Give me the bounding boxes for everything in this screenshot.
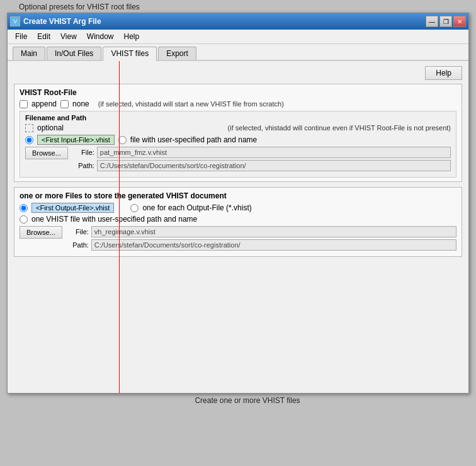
append-checkbox[interactable]	[20, 100, 28, 108]
append-label: append	[31, 99, 57, 108]
filename-path-title: Filename and Path	[25, 114, 451, 122]
menu-window[interactable]: Window	[82, 31, 119, 42]
content-area: Help VHIST Root-File append none (if sel…	[8, 61, 468, 393]
radio-first-output[interactable]	[20, 204, 28, 212]
radio-user-output-label: one VHIST file with user-specified path …	[31, 215, 197, 224]
help-row: Help	[14, 66, 462, 80]
root-browse-button[interactable]: Browse...	[25, 147, 68, 159]
menu-help[interactable]: Help	[119, 31, 145, 42]
menu-bar: File Edit View Window Help	[8, 30, 468, 44]
none-checkbox[interactable]	[60, 100, 69, 108]
window-icon: V	[10, 16, 20, 26]
menu-file[interactable]: File	[10, 31, 32, 42]
output-file-input[interactable]	[91, 226, 456, 237]
root-file-input[interactable]	[97, 147, 451, 158]
output-radio-row1: <First Output-File>.vhist one for each O…	[20, 203, 456, 213]
tab-export[interactable]: Export	[158, 47, 196, 60]
main-window: V Create VHIST Arg File — ❐ ✕ File Edit …	[7, 13, 469, 394]
radio-first-input-label: <First Input-File>.vhist	[37, 135, 115, 145]
root-file-row: File:	[71, 147, 451, 158]
root-path-row: Path:	[71, 160, 451, 171]
radio-first-input-row: <First Input-File>.vhist file with user-…	[25, 135, 451, 145]
radio-first-input[interactable]	[25, 136, 33, 144]
vhist-output-section: one or more Files to store the generated…	[14, 187, 462, 257]
empty-space	[14, 262, 462, 388]
tab-inout[interactable]: In/Out Files	[47, 47, 101, 60]
output-path-input[interactable]	[91, 239, 456, 251]
tab-bar: Main In/Out Files VHIST files Export	[8, 44, 468, 61]
output-file-label: File:	[65, 228, 89, 236]
vhist-output-title: one or more Files to store the generated…	[20, 191, 456, 200]
outer-bottom-label: Create one or more VHIST files	[0, 394, 476, 405]
append-row: append none (if selected, vhistadd will …	[20, 99, 456, 108]
help-button[interactable]: Help	[425, 66, 462, 80]
none-label: none	[72, 99, 89, 108]
optional-checkbox-indicator	[25, 124, 33, 132]
optional-row: optional (if selected, vhistadd will con…	[25, 123, 451, 132]
radio-user-path-label: file with user-specified path and name	[130, 135, 257, 144]
radio-each-output-label: one for each Output-File (*.vhist)	[142, 203, 251, 212]
filename-path-subsection: Filename and Path optional (if selected,…	[20, 111, 456, 178]
vhist-root-section: VHIST Root-File append none (if selected…	[14, 84, 462, 182]
output-radio-row2: one VHIST file with user-specified path …	[20, 215, 456, 224]
vhist-root-title: VHIST Root-File	[20, 88, 456, 97]
window-title: Create VHIST Arg File	[23, 17, 101, 26]
optional-note: (if selected, vhistadd will continue eve…	[67, 124, 451, 132]
restore-button[interactable]: ❐	[439, 16, 452, 27]
radio-user-output[interactable]	[20, 215, 28, 224]
close-button[interactable]: ✕	[453, 16, 466, 27]
radio-user-path[interactable]	[118, 136, 127, 144]
root-note: (if selected, vhistadd will start a new …	[98, 100, 284, 108]
radio-first-output-label: <First Output-File>.vhist	[31, 203, 114, 213]
output-path-row: Path:	[65, 239, 456, 251]
radio-each-output[interactable]	[130, 204, 139, 212]
root-path-input[interactable]	[97, 160, 451, 171]
output-file-row: File:	[65, 226, 456, 237]
outer-top-label: Optional presets for VHIST root files	[0, 0, 476, 13]
optional-label: optional	[37, 123, 64, 132]
menu-edit[interactable]: Edit	[32, 31, 55, 42]
window-controls: — ❐ ✕	[426, 16, 466, 27]
menu-view[interactable]: View	[55, 31, 82, 42]
root-file-label: File:	[71, 149, 94, 156]
tab-vhist[interactable]: VHIST files	[103, 47, 157, 61]
minimize-button[interactable]: —	[426, 16, 438, 27]
root-path-label: Path:	[71, 162, 94, 169]
output-browse-button[interactable]: Browse...	[20, 226, 62, 239]
tab-main[interactable]: Main	[13, 47, 45, 60]
title-bar: V Create VHIST Arg File — ❐ ✕	[8, 13, 468, 30]
output-path-label: Path:	[65, 241, 89, 249]
